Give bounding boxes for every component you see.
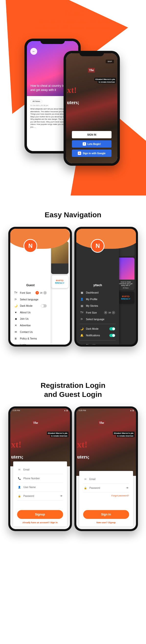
field-label: Email	[90, 478, 96, 480]
menu-label: Select language	[20, 298, 38, 301]
card-title: How to cheat billboards and get away wit…	[118, 281, 133, 286]
menu-font-size[interactable]: TᴛFont Size+16−	[80, 309, 116, 316]
magazine-label: The	[88, 68, 95, 72]
facebook-button[interactable]: f Lets Begin!	[72, 140, 112, 148]
magazine-label: xt!	[10, 439, 22, 450]
skip-button[interactable]: SKIP	[106, 60, 114, 63]
signin-button[interactable]: Sign in	[83, 510, 129, 519]
password-field[interactable]: 🔒Password👁	[83, 484, 129, 492]
dark-toggle[interactable]	[41, 304, 47, 308]
menu-language[interactable]: 🏳Select language	[14, 296, 48, 302]
menu-label: Select language	[86, 318, 104, 321]
menu-label: Font Size	[20, 291, 31, 294]
magazine-label: The	[32, 420, 39, 425]
menu-label: My Stories	[86, 304, 98, 307]
forgot-password-link[interactable]: Forgot password?	[83, 494, 129, 497]
menu-label: Font Size	[86, 311, 97, 314]
app-logo: N	[24, 239, 37, 253]
magazine-label: to remake American	[98, 81, 116, 83]
signup-link[interactable]: New user? Signup	[83, 521, 129, 524]
field-label: Password	[90, 486, 100, 489]
phone-nav-dark: 2:27 PM ▲ ▮ My Feed How to cheat billboa…	[74, 227, 138, 346]
field-label: Phone Number	[24, 477, 40, 480]
menu-policy[interactable]: 🗎Policy & Terms	[14, 335, 48, 342]
menu-notifications[interactable]: 🔔Notifications	[80, 332, 116, 339]
phone-field[interactable]: 📞Phone Number	[17, 474, 63, 483]
magazine-label: xt!	[66, 85, 78, 95]
google-label: Sign in with Google	[83, 152, 106, 155]
app-logo: N	[91, 239, 104, 253]
menu-label: About Us	[86, 344, 96, 344]
eye-icon[interactable]: 👁	[60, 495, 62, 497]
back-button[interactable]: ←	[30, 48, 37, 55]
eye-icon[interactable]: 👁	[126, 486, 129, 489]
facebook-icon: f	[83, 142, 86, 146]
menu-about[interactable]: ♥About Us	[80, 342, 116, 344]
crypto-logo: RYPTORRENCY	[121, 295, 130, 300]
notif-toggle[interactable]	[109, 334, 115, 337]
menu-about[interactable]: ♥About Us	[14, 309, 48, 316]
magazine-label: to remake American	[116, 434, 134, 437]
sub-action: Sign in	[50, 521, 58, 524]
field-label: Password	[24, 495, 34, 497]
signin-button[interactable]: SIGN IN	[72, 131, 112, 138]
menu-profile[interactable]: 👤My Profile	[80, 296, 116, 302]
magazine-label: to remake American	[50, 434, 68, 437]
hero-subtitle: Complete mobile app for both Android & i…	[0, 18, 146, 31]
menu-login[interactable]: ⎆Login	[14, 342, 48, 344]
hero-title: Incite	[0, 7, 146, 18]
signup-button[interactable]: Signup	[17, 510, 63, 519]
card-chip: All News	[118, 287, 133, 289]
drawer-username: yttech	[80, 284, 116, 287]
menu-label: Join Us	[20, 317, 28, 320]
card-title: The 15 biggest science fair blunders	[52, 265, 67, 270]
google-icon: G	[78, 152, 81, 155]
drawer-username: Guest	[14, 284, 48, 287]
facebook-label: Lets Begin!	[88, 143, 101, 146]
menu-label: About Us	[20, 311, 30, 314]
menu-font-size[interactable]: TᴛFont Size+16−	[14, 289, 48, 296]
menu-label: Advertise	[20, 324, 31, 327]
menu-label: Login	[20, 344, 26, 344]
menu-join[interactable]: ◆Join Us	[14, 316, 48, 322]
menu-dark-mode[interactable]: 🌙Dark Mode	[14, 302, 48, 309]
dark-toggle[interactable]	[109, 327, 115, 330]
username-field[interactable]: 👤User Name	[17, 483, 63, 492]
menu-label: Dark Mode	[20, 304, 32, 307]
menu-label: Dark Mode	[86, 327, 98, 330]
status-icons: ▲ ▮	[130, 409, 133, 412]
signin-link[interactable]: Already have an account? Sign in	[17, 521, 63, 524]
menu-label: Dashboard	[86, 291, 98, 294]
password-field[interactable]: 🔒Password👁	[17, 492, 63, 500]
section-heading: Easy Navigation	[5, 210, 141, 220]
email-field[interactable]: ✉Email	[83, 475, 129, 484]
menu-dashboard[interactable]: ▦Dashboard	[80, 289, 116, 296]
google-button[interactable]: G Sign in with Google	[72, 150, 112, 157]
sub-text: Already have an account?	[22, 521, 50, 524]
magazine-label: The	[98, 420, 105, 425]
phone-nav-light: 2:25 PM ▲ ▮ My Feed The 15 biggest scien…	[8, 227, 72, 346]
font-value: 16	[108, 311, 111, 314]
category-chip[interactable]: All News	[30, 100, 42, 103]
section-heading: Registration Login and Guest Login	[5, 381, 141, 399]
card-chip: All News	[52, 271, 67, 272]
email-field[interactable]: ✉Email	[17, 465, 63, 474]
menu-dark-mode[interactable]: 🌙Dark Mode	[80, 326, 116, 332]
phone-signin: 2:25 PM ▲ ▮ The Elizabet Warren's pla to…	[74, 406, 138, 531]
menu-contact[interactable]: ✉Contact Us	[14, 329, 48, 335]
menu-label: Policy & Terms	[20, 337, 37, 340]
menu-stories[interactable]: ▤My Stories	[80, 302, 116, 309]
phone-signup: 2:25 PM ▲ ▮ The Elizabet Warren's pla to…	[8, 406, 72, 531]
menu-label: Notifications	[86, 334, 100, 337]
sub-action: Signup	[108, 521, 116, 524]
font-value: 16	[40, 292, 42, 294]
field-label: Email	[24, 468, 30, 471]
phone-onboarding: The Elizabet Warren's pla to remake Amer…	[64, 51, 120, 166]
field-label: User Name	[24, 486, 36, 488]
magazine-label: uters;	[76, 454, 90, 460]
status-icons: ▲ ▮	[64, 409, 67, 412]
status-time: 2:25 PM	[79, 409, 86, 412]
menu-language[interactable]: 🏳Select language	[80, 316, 116, 322]
crypto-logo: RYPTORRENCY	[55, 279, 64, 284]
menu-advertise[interactable]: ✕Advertise	[14, 322, 48, 329]
